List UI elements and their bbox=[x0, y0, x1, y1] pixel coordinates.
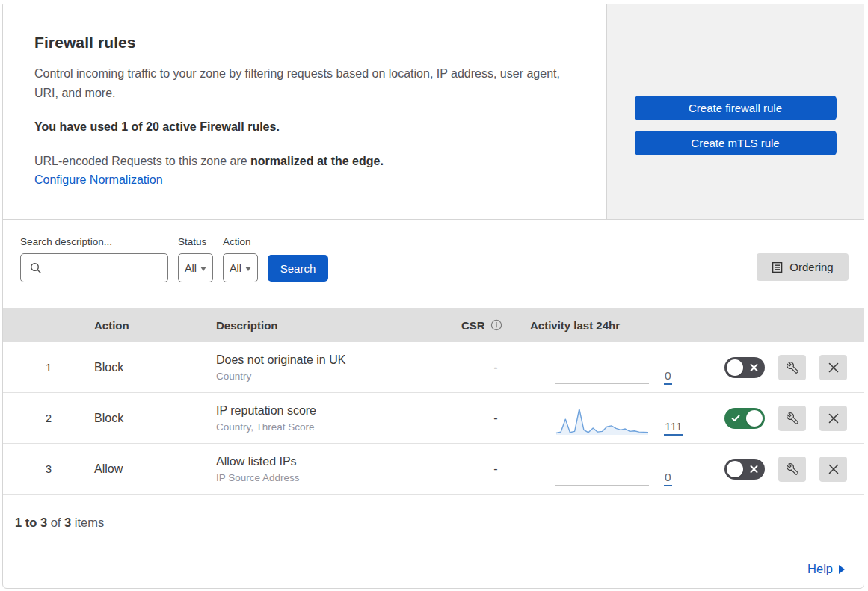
toggle-on-check-icon bbox=[731, 415, 740, 422]
intro-panel: Firewall rules Control incoming traffic … bbox=[3, 4, 607, 219]
rule-enabled-toggle[interactable] bbox=[724, 357, 765, 378]
toggle-off-x-icon bbox=[750, 363, 758, 371]
rule-fields: IP Source Address bbox=[216, 472, 461, 483]
rule-action: Block bbox=[94, 412, 216, 425]
normalization-bold: normalized at the edge. bbox=[250, 155, 384, 167]
usage-summary: You have used 1 of 20 active Firewall ru… bbox=[34, 120, 573, 134]
action-label: Action bbox=[223, 236, 258, 247]
delete-rule-button[interactable] bbox=[819, 457, 847, 482]
rule-description: Allow listed IPs bbox=[216, 454, 461, 469]
toggle-off-x-icon bbox=[750, 465, 758, 473]
search-input-box[interactable] bbox=[20, 253, 168, 282]
help-footer: Help bbox=[3, 551, 864, 587]
rule-description-cell: Does not originate in UK Country bbox=[216, 353, 461, 382]
delete-rule-button[interactable] bbox=[819, 355, 847, 380]
filter-bar: Search description... Status All Action bbox=[3, 220, 864, 308]
arrow-right-icon bbox=[839, 565, 845, 574]
status-label: Status bbox=[178, 236, 213, 247]
rule-enabled-toggle[interactable] bbox=[724, 459, 765, 480]
search-label: Search description... bbox=[20, 236, 168, 247]
page-description: Control incoming traffic to your zone by… bbox=[34, 64, 573, 103]
rule-activity-cell: 0 bbox=[530, 350, 691, 385]
status-value: All bbox=[185, 262, 197, 274]
rule-controls bbox=[691, 355, 864, 380]
toggle-knob bbox=[727, 359, 743, 376]
toggle-knob bbox=[746, 410, 763, 427]
status-dropdown[interactable]: All bbox=[178, 253, 213, 282]
create-mtls-rule-button[interactable]: Create mTLS rule bbox=[635, 131, 837, 155]
search-input[interactable] bbox=[48, 254, 164, 282]
table-row: 3 Allow Allow listed IPs IP Source Addre… bbox=[3, 444, 864, 495]
rule-csr: - bbox=[461, 462, 530, 476]
activity-sparkline bbox=[555, 406, 649, 436]
table-header: Action Description CSR Activity last 24h… bbox=[3, 308, 864, 342]
normalization-note: URL-encoded Requests to this zone are no… bbox=[34, 155, 573, 168]
chevron-down-icon bbox=[200, 267, 206, 271]
rule-priority: 3 bbox=[3, 462, 94, 475]
wrench-icon bbox=[787, 463, 798, 475]
rule-action: Block bbox=[94, 361, 216, 374]
rule-description: Does not originate in UK bbox=[216, 353, 461, 368]
rule-action: Allow bbox=[94, 462, 216, 476]
rule-activity-cell: 111 bbox=[530, 401, 691, 436]
close-icon bbox=[828, 362, 839, 373]
activity-count-link[interactable]: 0 bbox=[664, 471, 672, 486]
rule-priority: 2 bbox=[3, 412, 94, 424]
edit-rule-button[interactable] bbox=[778, 355, 806, 380]
ordering-button[interactable]: Ordering bbox=[757, 253, 849, 281]
chevron-down-icon bbox=[245, 267, 251, 271]
search-icon bbox=[30, 262, 42, 274]
action-value: All bbox=[230, 262, 241, 274]
top-section: Firewall rules Control incoming traffic … bbox=[3, 4, 864, 220]
rule-fields: Country bbox=[216, 371, 461, 382]
table-row: 1 Block Does not originate in UK Country… bbox=[3, 342, 864, 393]
close-icon bbox=[828, 464, 839, 474]
action-dropdown[interactable]: All bbox=[223, 253, 258, 282]
header-csr: CSR bbox=[461, 319, 530, 332]
table-row: 2 Block IP reputation score Country, Thr… bbox=[3, 393, 864, 444]
list-document-icon bbox=[772, 262, 783, 273]
rule-enabled-toggle[interactable] bbox=[724, 408, 765, 429]
rule-priority: 1 bbox=[3, 361, 94, 374]
rule-csr: - bbox=[461, 361, 530, 374]
search-button[interactable]: Search bbox=[268, 255, 328, 282]
activity-baseline bbox=[555, 485, 649, 486]
normalization-prefix: URL-encoded Requests to this zone are bbox=[34, 155, 250, 167]
delete-rule-button[interactable] bbox=[819, 406, 847, 431]
rule-description: IP reputation score bbox=[216, 403, 461, 418]
create-firewall-rule-button[interactable]: Create firewall rule bbox=[635, 96, 837, 120]
page-title: Firewall rules bbox=[34, 34, 573, 52]
search-field: Search description... bbox=[20, 236, 168, 282]
action-filter: Action All bbox=[223, 236, 258, 282]
rule-description-cell: Allow listed IPs IP Source Address bbox=[216, 454, 461, 483]
activity-count-link[interactable]: 0 bbox=[664, 369, 672, 385]
header-action: Action bbox=[94, 319, 216, 332]
toggle-knob bbox=[727, 461, 743, 477]
activity-count-link[interactable]: 111 bbox=[664, 420, 683, 436]
wrench-icon bbox=[787, 362, 798, 374]
wrench-icon bbox=[787, 412, 798, 424]
status-filter: Status All bbox=[178, 236, 213, 282]
rule-fields: Country, Threat Score bbox=[216, 421, 461, 433]
cta-panel: Create firewall rule Create mTLS rule bbox=[607, 4, 864, 219]
edit-rule-button[interactable] bbox=[778, 457, 806, 482]
close-icon bbox=[828, 413, 839, 424]
rule-description-cell: IP reputation score Country, Threat Scor… bbox=[216, 403, 461, 433]
help-link[interactable]: Help bbox=[807, 562, 845, 576]
pagination-summary: 1 to 3 of 3 items bbox=[3, 495, 864, 551]
rule-controls bbox=[691, 457, 864, 482]
header-description: Description bbox=[216, 319, 461, 332]
info-icon[interactable] bbox=[490, 319, 502, 331]
header-activity: Activity last 24hr bbox=[530, 319, 691, 332]
rule-activity-cell: 0 bbox=[530, 452, 691, 486]
rule-csr: - bbox=[461, 412, 530, 425]
edit-rule-button[interactable] bbox=[778, 406, 806, 431]
firewall-rules-card: Firewall rules Control incoming traffic … bbox=[2, 4, 864, 589]
configure-normalization-link[interactable]: Configure Normalization bbox=[34, 173, 163, 186]
activity-baseline bbox=[555, 383, 649, 384]
rule-controls bbox=[691, 406, 864, 431]
